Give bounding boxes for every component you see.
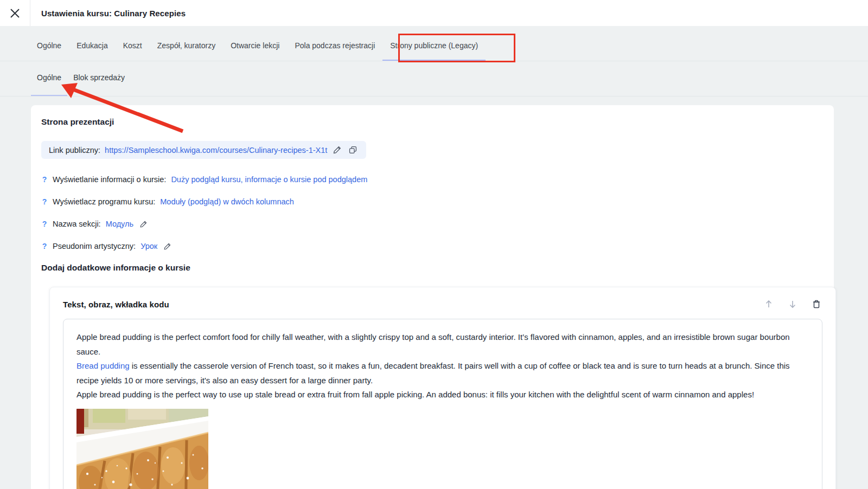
setting-row-lesson-alias: ? Pseudonim artystyczny: Урок [41, 241, 824, 252]
help-icon[interactable]: ? [41, 241, 48, 252]
pencil-icon [333, 145, 342, 155]
bread-pudding-link[interactable]: Bread pudding [76, 361, 130, 370]
trash-icon [812, 299, 821, 309]
edit-link-button[interactable] [331, 145, 343, 155]
content-block-card: Tekst, obraz, wkładka kodu Apple bread p… [49, 287, 836, 489]
edit-lesson-alias-button[interactable] [162, 242, 173, 250]
paragraph: Bread pudding is essentially the cassero… [76, 359, 809, 388]
public-link-label: Link publiczny: [49, 146, 100, 155]
tab-pola-podczas-rejestracji[interactable]: Pola podczas rejestracji [287, 40, 382, 51]
move-up-button[interactable] [763, 299, 775, 309]
setting-value[interactable]: Модуль [106, 218, 133, 229]
content-block-header: Tekst, obraz, wkładka kodu [63, 299, 822, 309]
help-icon[interactable]: ? [41, 196, 48, 207]
main-tab-bar: Ogólne Edukacja Koszt Zespół, kuratorzy … [0, 26, 868, 61]
copy-icon [348, 145, 358, 155]
page-title: Ustawienia kursu: Culinary Recepies [30, 9, 186, 18]
arrow-up-icon [764, 299, 774, 309]
subtab-blok-sprzedazy[interactable]: Blok sprzedaży [67, 72, 131, 83]
setting-row-program-viewer: ? Wyświetlacz programu kursu: Moduły (po… [41, 196, 824, 207]
additional-info-title: Dodaj dodatkowe informacje o kursie [41, 263, 824, 273]
setting-row-section-name: ? Nazwa sekcji: Модуль [41, 218, 824, 229]
sub-tab-bar: Ogólne Blok sprzedaży [0, 61, 868, 96]
tab-zespol-kuratorzy[interactable]: Zespół, kuratorzy [150, 40, 223, 51]
tab-otwarcie-lekcji[interactable]: Otwarcie lekcji [223, 40, 287, 51]
pencil-icon [163, 242, 171, 250]
edit-section-name-button[interactable] [138, 220, 149, 228]
public-link-url[interactable]: https://Sampleschool.kwiga.com/courses/C… [105, 146, 327, 155]
tab-strony-publiczne-legacy[interactable]: Strony publiczne (Legacy) [382, 40, 486, 51]
paragraph: Apple bread pudding is the perfect comfo… [76, 330, 809, 359]
move-down-button[interactable] [787, 299, 799, 309]
copy-link-button[interactable] [347, 145, 359, 155]
setting-value[interactable]: Moduły (podgląd) w dwóch kolumnach [160, 196, 294, 207]
setting-value[interactable]: Урок [141, 241, 157, 252]
topbar: Ustawienia kursu: Culinary Recepies [0, 0, 868, 26]
bread-pudding-image [76, 409, 208, 489]
tab-edukacja[interactable]: Edukacja [69, 40, 116, 51]
presentation-page-title: Strona prezentacji [41, 117, 824, 127]
public-link-box: Link publiczny: https://Sampleschool.kwi… [41, 141, 366, 159]
paragraph: Apple bread pudding is the perfect way t… [76, 388, 809, 402]
setting-row-course-info-display: ? Wyświetlanie informacji o kursie: Duży… [41, 174, 824, 185]
delete-block-button[interactable] [810, 299, 822, 309]
setting-value[interactable]: Duży podgląd kursu, informacje o kursie … [171, 174, 367, 185]
close-icon [10, 9, 20, 18]
block-actions [763, 299, 822, 309]
subtab-ogolne[interactable]: Ogólne [31, 72, 67, 83]
setting-label: Wyświetlacz programu kursu: [53, 196, 155, 207]
setting-label: Pseudonim artystyczny: [53, 241, 136, 252]
settings-card: Strona prezentacji Link publiczny: https… [31, 105, 834, 489]
setting-label: Nazwa sekcji: [53, 218, 101, 229]
pencil-icon [139, 220, 148, 228]
arrow-down-icon [788, 299, 797, 309]
tab-ogolne[interactable]: Ogólne [29, 40, 69, 51]
help-icon[interactable]: ? [41, 174, 48, 185]
content-block-title: Tekst, obraz, wkładka kodu [63, 300, 169, 309]
tab-koszt[interactable]: Koszt [116, 40, 150, 51]
setting-label: Wyświetlanie informacji o kursie: [53, 174, 166, 185]
close-button[interactable] [0, 0, 30, 26]
help-icon[interactable]: ? [41, 218, 48, 229]
rich-text-content[interactable]: Apple bread pudding is the perfect comfo… [63, 319, 822, 489]
presentation-settings-list: ? Wyświetlanie informacji o kursie: Duży… [41, 174, 824, 252]
